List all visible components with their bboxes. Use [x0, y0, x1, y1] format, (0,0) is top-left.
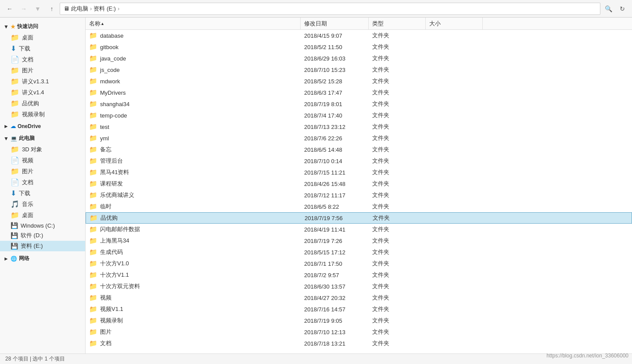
cell-date: 2018/6/29 16:03 [301, 53, 369, 64]
sidebar-item-dsk[interactable]: 📁 桌面 [0, 210, 85, 221]
sidebar-section-onedrive[interactable]: ► ☁ OneDrive [0, 121, 85, 131]
cell-name: 📁 文档 [86, 338, 301, 349]
table-row[interactable]: 📁 js_code 2018/7/10 15:23 文件夹 [86, 64, 632, 75]
col-header-size[interactable]: 大小 [426, 18, 483, 29]
column-headers: 名称 修改日期 类型 大小 [86, 18, 632, 30]
sidebar-section-quick-access[interactable]: ▼ ★ 快速访问 [0, 21, 85, 32]
up-button[interactable]: ↑ [46, 3, 58, 15]
cell-type: 文件夹 [369, 75, 426, 87]
cell-date: 2018/7/15 11:21 [301, 167, 369, 178]
cell-type: 文件夹 [369, 201, 426, 212]
table-row[interactable]: 📁 视频录制 2018/7/19 9:05 文件夹 [86, 315, 632, 326]
sidebar-item-pinyougou[interactable]: 📁 品优购 [0, 98, 85, 109]
cell-date: 2018/6/3 17:47 [301, 87, 369, 98]
folder-icon: 📁 [11, 110, 19, 118]
table-row[interactable]: 📁 gitbook 2018/5/2 11:50 文件夹 [86, 41, 632, 53]
col-header-type[interactable]: 类型 [369, 18, 426, 29]
table-row[interactable]: 📁 temp-code 2018/7/4 17:40 文件夹 [86, 110, 632, 121]
table-row[interactable]: 📁 生成代码 2018/5/15 17:12 文件夹 [86, 246, 632, 258]
cell-date: 2018/7/19 8:01 [301, 98, 369, 110]
sidebar-item-datae[interactable]: 💾 资料 (E:) [0, 241, 85, 251]
cell-type: 文件夹 [369, 64, 426, 75]
cell-type: 文件夹 [369, 178, 426, 189]
table-row[interactable]: 📁 test 2018/7/13 23:12 文件夹 [86, 121, 632, 132]
table-row[interactable]: 📁 mdwork 2018/5/2 15:28 文件夹 [86, 75, 632, 87]
table-row[interactable]: 📁 视频 2018/4/27 20:32 文件夹 [86, 292, 632, 303]
cell-date: 2018/7/2 9:57 [301, 269, 369, 281]
cell-name: 📁 MyDrivers [86, 87, 301, 98]
table-row[interactable]: 📁 课程研发 2018/4/26 15:48 文件夹 [86, 178, 632, 189]
cell-size [426, 189, 483, 201]
table-row[interactable]: 📁 yml 2018/7/6 22:26 文件夹 [86, 132, 632, 144]
breadcrumb: 🖥 此电脑 › 资料 (E:) › [60, 3, 600, 15]
table-row[interactable]: 📁 上海黑马34 2018/7/19 7:26 文件夹 [86, 235, 632, 246]
table-row[interactable]: 📁 备忘 2018/6/5 14:48 文件夹 [86, 144, 632, 155]
cell-type: 文件夹 [369, 53, 426, 64]
cell-date: 2018/6/30 13:57 [301, 281, 369, 292]
table-row[interactable]: 📁 临时 2018/6/5 8:22 文件夹 [86, 201, 632, 212]
folder-icon: 📁 [89, 146, 97, 153]
sidebar-item-jiangyiv14[interactable]: 📁 讲义v1.4 [0, 87, 85, 98]
sidebar-section-network[interactable]: ► 🌐 网络 [0, 253, 85, 264]
cell-type: 文件夹 [369, 258, 426, 269]
cell-type: 文件夹 [369, 132, 426, 144]
cell-name: 📁 temp-code [86, 110, 301, 121]
table-row[interactable]: 📁 database 2018/4/15 9:07 文件夹 [86, 30, 632, 41]
sidebar-item-pic[interactable]: 📁 图片 [0, 166, 85, 177]
sidebar-item-softd[interactable]: 💾 软件 (D:) [0, 230, 85, 241]
dropdown-button[interactable]: ▼ [32, 3, 44, 15]
cell-name: 📁 gitbook [86, 41, 301, 53]
cell-date: 2018/7/13 23:12 [301, 121, 369, 132]
table-row[interactable]: 📁 十次方V1.0 2018/7/1 17:50 文件夹 [86, 258, 632, 269]
sidebar-section-thispc[interactable]: ▼ 💻 此电脑 [0, 133, 85, 144]
sidebar-item-music[interactable]: 🎵 音乐 [0, 199, 85, 210]
folder-icon: 📁 [11, 77, 19, 86]
table-row[interactable]: 📁 管理后台 2018/7/10 0:14 文件夹 [86, 155, 632, 167]
sidebar-item-documents[interactable]: 📄 文档 📌 [0, 54, 85, 65]
back-button[interactable]: ← [4, 3, 16, 15]
star-icon: ★ [11, 24, 15, 30]
table-row[interactable]: 📁 图片 2018/7/10 12:13 文件夹 [86, 326, 632, 338]
folder-icon: 📄 [11, 156, 19, 164]
table-row[interactable]: 📁 视频V1.1 2018/7/16 14:57 文件夹 [86, 303, 632, 315]
table-row[interactable]: 📁 十次方V1.1 2018/7/2 9:57 文件夹 [86, 269, 632, 281]
cell-date: 2018/5/15 17:12 [301, 246, 369, 258]
sidebar-item-desktop[interactable]: 📁 桌面 📌 [0, 32, 85, 43]
sidebar-item-downloads[interactable]: ⬇ 下载 📌 [0, 43, 85, 54]
cell-name: 📁 乐优商城讲义 [86, 189, 301, 201]
sidebar-item-doc[interactable]: 📄 文档 [0, 177, 85, 188]
cell-type: 文件夹 [369, 189, 426, 201]
forward-button[interactable]: → [18, 3, 30, 15]
cell-name: 📁 十次方V1.0 [86, 258, 301, 269]
table-row[interactable]: 📁 java_code 2018/6/29 16:03 文件夹 [86, 53, 632, 64]
table-row[interactable]: 📁 黑马41资料 2018/7/15 11:21 文件夹 [86, 167, 632, 178]
sidebar-item-dl[interactable]: ⬇ 下载 [0, 188, 85, 199]
folder-icon: 📁 [11, 33, 19, 42]
search-button[interactable]: 🔍 [602, 3, 614, 15]
sidebar-item-winc[interactable]: 💾 Windows (C:) [0, 221, 85, 230]
cell-type: 文件夹 [369, 30, 426, 41]
music-icon: 🎵 [11, 200, 19, 208]
table-row[interactable]: 📁 文档 2018/7/18 13:21 文件夹 [86, 338, 632, 349]
sidebar-item-jiangyiv131[interactable]: 📁 讲义v1.3.1 [0, 76, 85, 87]
sidebar-item-video[interactable]: 📄 视频 [0, 155, 85, 166]
breadcrumb-thispc[interactable]: 此电脑 [71, 5, 88, 13]
breadcrumb-drive[interactable]: 资料 (E:) [93, 5, 116, 13]
table-row[interactable]: 📁 MyDrivers 2018/6/3 17:47 文件夹 [86, 87, 632, 98]
col-header-name[interactable]: 名称 [86, 18, 301, 29]
col-header-date[interactable]: 修改日期 [301, 18, 369, 29]
table-row[interactable]: 📁 shanghai34 2018/7/19 8:01 文件夹 [86, 98, 632, 110]
cell-size [426, 201, 483, 212]
cell-name: 📁 shanghai34 [86, 98, 301, 110]
sidebar-item-pictures[interactable]: 📁 图片 📌 [0, 65, 85, 76]
sidebar: ▼ ★ 快速访问 📁 桌面 📌 ⬇ 下载 📌 📄 文档 📌 📁 图片 📌 📁 讲… [0, 18, 86, 353]
table-row[interactable]: 📁 闪电邮邮件数据 2018/4/19 11:41 文件夹 [86, 224, 632, 235]
table-row[interactable]: 📁 十次方双元资料 2018/6/30 13:57 文件夹 [86, 281, 632, 292]
sidebar-item-screenrecord[interactable]: 📁 视频录制 [0, 109, 85, 120]
sidebar-item-3d[interactable]: 📁 3D 对象 [0, 144, 85, 155]
folder-icon: 📁 [89, 317, 97, 325]
cell-name: 📁 yml [86, 132, 301, 144]
table-row[interactable]: 📁 乐优商城讲义 2018/7/12 11:17 文件夹 [86, 189, 632, 201]
table-row[interactable]: 📁 品优购 2018/7/19 7:56 文件夹 [86, 212, 632, 224]
refresh-button[interactable]: ↻ [616, 3, 628, 15]
